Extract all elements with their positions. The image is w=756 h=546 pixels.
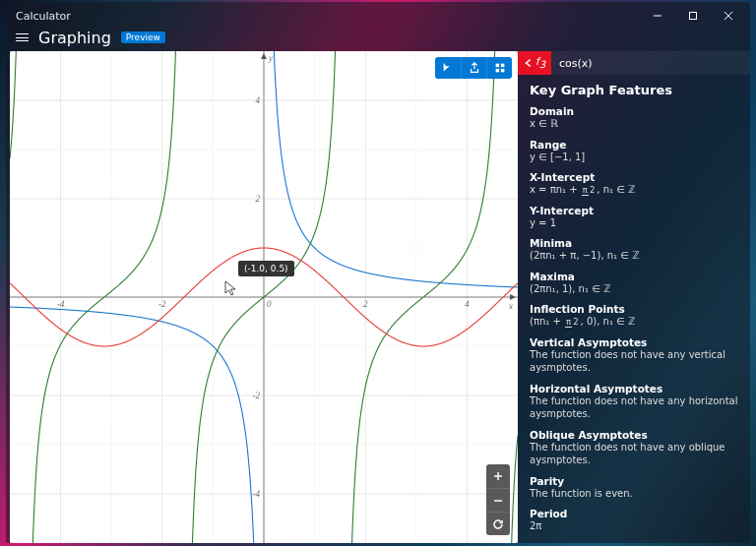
feature-value: y ∈ [−1, 1]	[530, 151, 738, 164]
graph-area[interactable]: (-1.0, 0.5)	[10, 51, 518, 543]
feature-item: X-Interceptx = πn₁ + π2, n₁ ∈ ℤ	[530, 171, 738, 197]
svg-rect-7	[500, 69, 504, 73]
graph-toolbar	[435, 57, 512, 79]
feature-item: Period2π	[530, 508, 738, 533]
feature-value: The function does not have any oblique a…	[530, 441, 738, 467]
feature-title: Oblique Asymptotes	[530, 429, 738, 441]
feature-title: X-Intercept	[530, 171, 738, 183]
app-window: Calculator Graphing Preview	[6, 2, 750, 543]
feature-item: Inflection Points(πn₁ + π2, 0), n₁ ∈ ℤ	[530, 303, 738, 329]
features-list: Domainx ∈ ℝRangey ∈ [−1, 1]X-Interceptx …	[530, 105, 738, 543]
menu-icon[interactable]	[16, 33, 29, 41]
feature-value: (πn₁ + π2, 0), n₁ ∈ ℤ	[530, 315, 738, 329]
graph-options-button[interactable]	[486, 57, 512, 79]
function-header: f3 cos(x)	[518, 51, 750, 75]
feature-item: Oblique AsymptotesThe function does not …	[530, 429, 738, 467]
feature-item: ParityThe function is even.	[530, 475, 738, 501]
function-symbol: f3	[536, 55, 545, 70]
mode-header: Graphing Preview	[6, 30, 750, 51]
svg-rect-6	[495, 69, 499, 73]
svg-rect-1	[690, 13, 697, 20]
feature-item: Rangey ∈ [−1, 1]	[530, 139, 738, 164]
feature-item: Horizontal AsymptotesThe function does n…	[530, 383, 738, 421]
reset-view-button[interactable]	[486, 512, 510, 535]
share-button[interactable]	[461, 57, 486, 79]
feature-value: The function is even.	[530, 487, 738, 501]
svg-rect-5	[500, 64, 504, 68]
feature-title: Horizontal Asymptotes	[530, 383, 738, 394]
feature-title: Inflection Points	[530, 303, 738, 315]
feature-value: The function does not have any horizonta…	[530, 394, 738, 421]
feature-value: x = πn₁ + π2, n₁ ∈ ℤ	[530, 183, 738, 197]
feature-item: Minima(2πn₁ + π, −1), n₁ ∈ ℤ	[530, 237, 738, 263]
title-bar: Calculator	[6, 2, 750, 30]
feature-title: Monotonicity	[530, 541, 738, 544]
feature-item: Vertical AsymptotesThe function does not…	[530, 336, 738, 375]
zoom-in-button[interactable]	[486, 464, 510, 488]
features-panel: f3 cos(x) Key Graph Features Domainx ∈ ℝ…	[518, 51, 750, 543]
trace-tool-button[interactable]	[435, 57, 461, 79]
feature-item: Maxima(2πn₁, 1), n₁ ∈ ℤ	[530, 271, 738, 296]
feature-value: (2πn₁ + π, −1), n₁ ∈ ℤ	[530, 249, 738, 263]
feature-item: Y-Intercepty = 1	[530, 205, 738, 230]
close-button[interactable]	[711, 2, 746, 30]
feature-value: y = 1	[530, 216, 738, 230]
features-heading: Key Graph Features	[530, 83, 738, 97]
feature-value: x ∈ ℝ	[530, 117, 738, 131]
window-title: Calculator	[16, 10, 640, 23]
function-expression: cos(x)	[551, 51, 750, 75]
maximize-button[interactable]	[675, 2, 711, 30]
content-area: (-1.0, 0.5) f3 cos(x) Key Graph Features…	[6, 51, 750, 543]
feature-value: (2πn₁, 1), n₁ ∈ ℤ	[530, 282, 738, 296]
back-button[interactable]: f3	[518, 51, 551, 75]
zoom-out-button[interactable]	[486, 488, 510, 512]
feature-title: Domain	[530, 105, 738, 117]
mode-label: Graphing	[38, 29, 111, 47]
feature-item: Monotonicity(2πn₁ + π, 2πn₁ + 2π), n₁ ∈ …	[530, 541, 738, 544]
feature-title: Period	[530, 508, 738, 519]
minimize-button[interactable]	[640, 2, 675, 30]
feature-title: Parity	[530, 475, 738, 487]
feature-title: Minima	[530, 237, 738, 249]
window-controls	[640, 2, 746, 30]
feature-title: Vertical Asymptotes	[530, 336, 738, 348]
svg-rect-4	[495, 64, 499, 68]
feature-title: Y-Intercept	[530, 205, 738, 216]
preview-badge: Preview	[121, 31, 165, 43]
feature-value: 2π	[530, 519, 738, 533]
feature-title: Maxima	[530, 271, 738, 282]
feature-value: The function does not have any vertical …	[530, 348, 738, 375]
zoom-controls	[486, 464, 510, 535]
feature-title: Range	[530, 139, 738, 151]
feature-item: Domainx ∈ ℝ	[530, 105, 738, 131]
